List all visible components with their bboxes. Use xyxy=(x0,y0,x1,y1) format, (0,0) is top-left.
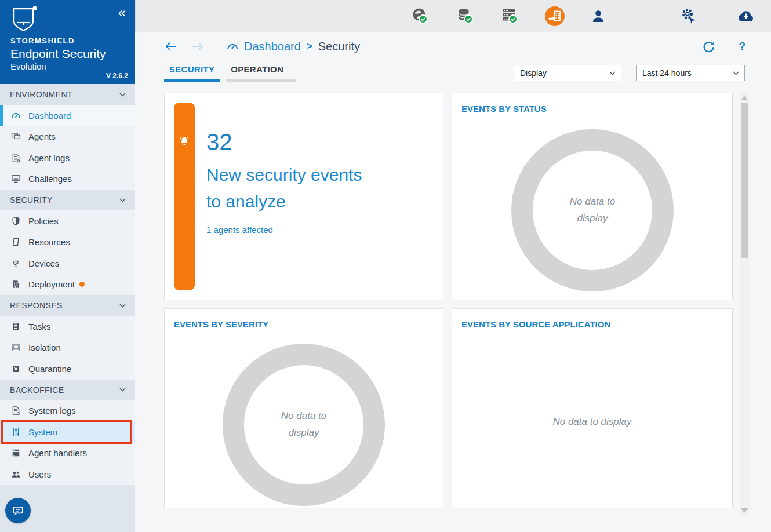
card-title: EVENTS BY SEVERITY xyxy=(174,319,268,329)
section-header-security[interactable]: SECURITY xyxy=(0,190,135,210)
sidebar-item-label: Isolation xyxy=(28,342,61,352)
scroll-up-arrow[interactable] xyxy=(741,96,748,100)
settings-gear-icon[interactable] xyxy=(681,8,698,27)
event-count: 32 xyxy=(206,129,232,155)
sidebar-item-label: Agent handlers xyxy=(28,448,87,458)
section-header-backoffice[interactable]: BACKOFFICE xyxy=(0,380,135,400)
brand-version: V 2.6.2 xyxy=(106,72,128,80)
sidebar-item-dashboard[interactable]: Dashboard xyxy=(0,105,135,126)
scroll-down-arrow[interactable] xyxy=(741,508,748,513)
agents-affected-link[interactable]: 1 agents affected xyxy=(206,225,273,235)
period-dropdown[interactable]: Last 24 hours xyxy=(636,65,745,81)
agents-monitors-icon xyxy=(11,132,21,141)
main-area: Dashboard > Security ? SECURITY OPERATIO… xyxy=(135,0,771,532)
dashboard-cards: 32 New security events to analyze 1 agen… xyxy=(164,93,733,508)
no-data-label: No data to display xyxy=(511,129,674,291)
sidebar-item-users[interactable]: Users xyxy=(0,464,135,485)
new-events-card: 32 New security events to analyze 1 agen… xyxy=(164,93,443,300)
sidebar-item-resources[interactable]: Resources xyxy=(0,232,135,253)
sidebar: « STORMSHIELD Endpoint Security Evolutio… xyxy=(0,0,135,532)
chevron-down-icon xyxy=(119,93,126,97)
deployment-pending-icon[interactable] xyxy=(544,6,565,29)
isolation-monitor-icon xyxy=(11,342,21,352)
help-icon[interactable]: ? xyxy=(739,40,745,53)
sidebar-item-agents[interactable]: Agents xyxy=(0,126,135,148)
sidebar-item-label: Deployment xyxy=(28,279,75,289)
system-logs-document-icon xyxy=(11,406,21,416)
chat-bubble-icon xyxy=(11,504,25,518)
sidebar-item-agent-logs[interactable]: Agent logs xyxy=(0,147,135,169)
sidebar-collapse-icon[interactable]: « xyxy=(118,6,126,20)
user-icon[interactable] xyxy=(591,9,606,26)
system-sliders-icon xyxy=(11,427,21,437)
chevron-down-icon xyxy=(119,198,126,202)
tab-operation[interactable]: OPERATION xyxy=(226,61,296,82)
sidebar-header: « STORMSHIELD Endpoint Security Evolutio… xyxy=(0,0,135,84)
sidebar-item-system[interactable]: System xyxy=(0,421,135,443)
events-by-source-application-card: EVENTS BY SOURCE APPLICATION No data to … xyxy=(452,308,733,508)
sidebar-item-policies[interactable]: Policies xyxy=(0,210,135,232)
cloud-download-icon[interactable] xyxy=(737,8,755,25)
section-header-environment[interactable]: ENVIRONMENT xyxy=(0,84,135,105)
card-title: EVENTS BY STATUS xyxy=(461,104,547,114)
tabs-row: SECURITY OPERATION Display Last 24 hours xyxy=(135,61,771,86)
dashboard-gauge-icon xyxy=(226,40,239,53)
event-card-title: New security events to analyze xyxy=(206,162,374,215)
chevron-down-icon xyxy=(609,71,616,75)
sidebar-item-label: Agents xyxy=(28,132,56,141)
no-data-label: No data to display xyxy=(452,309,732,508)
stormshield-endpoint-security-window: « STORMSHIELD Endpoint Security Evolutio… xyxy=(0,0,771,532)
section-label: SECURITY xyxy=(10,195,53,205)
agent-handler-status-icon[interactable] xyxy=(500,7,519,28)
sidebar-item-system-logs[interactable]: System logs xyxy=(0,400,135,422)
dashboard-gauge-icon xyxy=(11,111,21,121)
internet-status-icon[interactable] xyxy=(411,7,430,28)
deployment-pending-dot xyxy=(79,282,85,287)
sidebar-item-quarantine[interactable]: Quarantine xyxy=(0,358,135,380)
chat-button[interactable] xyxy=(5,498,31,523)
section-header-responses[interactable]: RESPONSES xyxy=(0,295,135,316)
period-dropdown-value: Last 24 hours xyxy=(642,68,692,78)
sidebar-item-label: Challenges xyxy=(28,174,72,184)
database-status-icon[interactable] xyxy=(456,7,475,28)
agent-handlers-server-icon xyxy=(11,448,21,458)
back-arrow-icon[interactable] xyxy=(164,41,178,52)
tab-security[interactable]: SECURITY xyxy=(164,61,220,82)
refresh-icon[interactable] xyxy=(701,40,715,56)
brand-name: STORMSHIELD xyxy=(10,37,106,45)
sidebar-item-label: System logs xyxy=(28,406,76,416)
sidebar-item-agent-handlers[interactable]: Agent handlers xyxy=(0,443,135,464)
brand-product: Endpoint Security xyxy=(10,48,106,60)
sidebar-item-label: Tasks xyxy=(28,322,50,331)
users-people-icon xyxy=(11,469,21,479)
section-label: BACKOFFICE xyxy=(10,385,64,395)
sidebar-item-label: Users xyxy=(28,469,51,479)
breadcrumb-root-link[interactable]: Dashboard xyxy=(244,40,301,53)
sidebar-item-label: System xyxy=(28,427,57,437)
agent-logs-document-icon xyxy=(11,153,21,163)
sidebar-item-challenges[interactable]: Challenges xyxy=(0,169,135,190)
display-dropdown[interactable]: Display xyxy=(514,65,621,81)
sidebar-item-tasks[interactable]: Tasks xyxy=(0,316,135,337)
sidebar-item-label: Resources xyxy=(28,237,70,247)
quarantine-box-icon xyxy=(11,364,21,374)
resources-page-icon xyxy=(11,237,21,247)
scrollbar-thumb[interactable] xyxy=(741,103,748,258)
section-label: ENVIRONMENT xyxy=(10,90,72,99)
challenges-monitor-icon xyxy=(11,174,21,184)
alert-accent-bar xyxy=(174,103,195,290)
tabs: SECURITY OPERATION xyxy=(164,61,302,82)
sidebar-item-devices[interactable]: Devices xyxy=(0,253,135,274)
forward-arrow-icon[interactable] xyxy=(191,41,205,52)
chevron-down-icon xyxy=(119,304,126,308)
sidebar-item-deployment[interactable]: Deployment xyxy=(0,274,135,296)
display-dropdown-value: Display xyxy=(520,68,547,78)
sidebar-item-isolation[interactable]: Isolation xyxy=(0,337,135,359)
policies-shield-icon xyxy=(11,216,21,226)
no-data-label: No data to display xyxy=(223,344,385,506)
chevron-down-icon xyxy=(119,388,126,392)
tasks-clipboard-icon xyxy=(11,322,21,331)
bell-icon xyxy=(178,135,191,148)
brand-block: STORMSHIELD Endpoint Security Evolution xyxy=(10,37,106,71)
sidebar-item-label: Dashboard xyxy=(28,111,71,121)
